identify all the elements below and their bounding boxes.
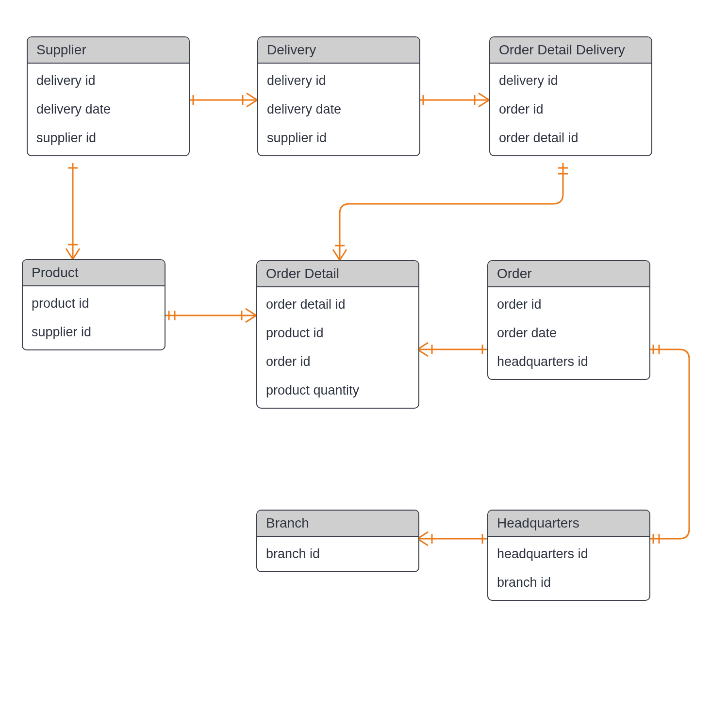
attr: delivery date <box>258 95 419 124</box>
entity-title: Headquarters <box>488 511 649 537</box>
attr: product quantity <box>257 376 418 405</box>
entity-order-detail-delivery: Order Detail Delivery delivery id order … <box>489 36 652 156</box>
attr: order detail id <box>490 124 651 152</box>
attr: supplier id <box>23 318 165 347</box>
attr: order detail id <box>257 290 418 319</box>
svg-line-18 <box>246 309 256 315</box>
entity-order: Order order id order date headquarters i… <box>487 260 650 380</box>
svg-line-3 <box>247 100 257 107</box>
svg-line-28 <box>333 249 340 260</box>
entity-title: Order <box>488 261 649 287</box>
entity-title: Delivery <box>258 37 419 64</box>
attr: supplier id <box>258 124 419 152</box>
entity-title: Order Detail Delivery <box>490 37 651 64</box>
attr: product id <box>23 289 165 318</box>
svg-line-13 <box>73 248 80 259</box>
entity-branch: Branch branch id <box>256 510 419 572</box>
entity-title: Supplier <box>28 37 189 64</box>
attr: delivery id <box>28 66 189 95</box>
attr: order id <box>488 290 649 319</box>
attr: headquarters id <box>488 347 649 376</box>
entity-title: Product <box>23 260 165 286</box>
svg-line-7 <box>479 93 489 100</box>
svg-line-19 <box>246 315 256 322</box>
attr: delivery id <box>490 66 651 95</box>
entity-order-detail: Order Detail order detail id product id … <box>256 260 419 409</box>
attr: headquarters id <box>488 540 649 568</box>
attr: delivery date <box>28 95 189 124</box>
entity-delivery: Delivery delivery id delivery date suppl… <box>257 36 420 156</box>
entity-headquarters: Headquarters headquarters id branch id <box>487 510 650 601</box>
svg-line-8 <box>479 100 489 107</box>
attr: order date <box>488 319 649 347</box>
attr: branch id <box>488 568 649 597</box>
attr: supplier id <box>28 124 189 152</box>
svg-line-29 <box>340 249 347 260</box>
attr: product id <box>257 319 418 347</box>
attr: order id <box>490 95 651 124</box>
entity-product: Product product id supplier id <box>22 259 165 350</box>
attr: order id <box>257 347 418 376</box>
svg-line-12 <box>66 248 73 259</box>
entity-title: Branch <box>257 511 418 537</box>
attr: branch id <box>257 540 418 568</box>
er-diagram: Supplier delivery id delivery date suppl… <box>0 0 728 728</box>
entity-title: Order Detail <box>257 261 418 287</box>
attr: delivery id <box>258 66 419 95</box>
svg-line-2 <box>247 93 257 100</box>
entity-supplier: Supplier delivery id delivery date suppl… <box>27 36 190 156</box>
